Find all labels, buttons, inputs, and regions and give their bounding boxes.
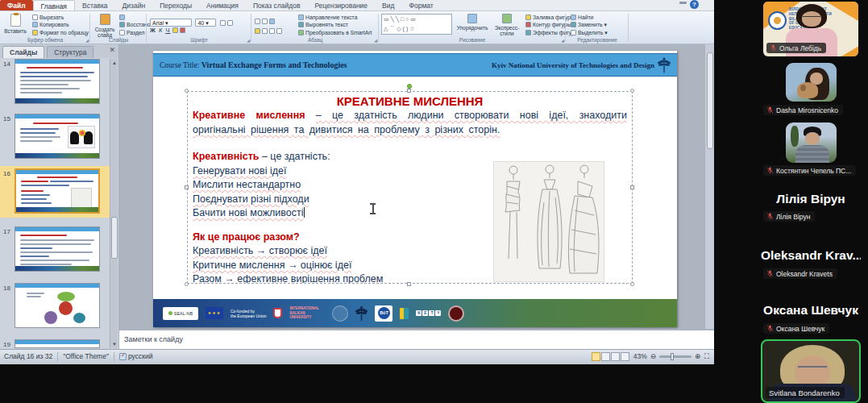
mini-header <box>15 227 99 231</box>
muted-mic-icon <box>766 270 774 277</box>
slide-sorter-view-icon[interactable] <box>601 352 610 361</box>
participant-video-dasha[interactable] <box>786 63 837 102</box>
quick-styles-button[interactable]: Экспресс-стили <box>490 13 524 36</box>
fashion-sketch-image[interactable] <box>493 161 604 282</box>
slide-canvas: Course Title: Virtual Exchange Forms and… <box>119 44 704 329</box>
tab-design[interactable]: Дизайн <box>115 0 153 10</box>
participant-video-olga[interactable]: БІЛОЦЕ…ІНСТИТУТНЕПЕРЕ…НОЇ ОСВІТИ BILA T…… <box>763 2 858 56</box>
font-color-icon[interactable] <box>180 27 185 33</box>
drawing-dialog-launcher[interactable]: ◢ <box>561 38 564 43</box>
shapes-gallery[interactable]: ▭ ╲ ╲ □ ○ ▭ △ ⌒ ◇ ( ) ☆ <box>381 14 452 35</box>
selection-handle[interactable] <box>407 89 411 93</box>
tab-review[interactable]: Рецензирование <box>307 0 375 10</box>
panel-scrollbar[interactable]: ▲ ▼ <box>110 59 118 348</box>
tab-slideshow[interactable]: Показ слайдов <box>246 0 308 10</box>
zoom-in-icon[interactable]: ⊕ <box>695 352 700 360</box>
dragonfly-icon <box>355 305 368 322</box>
notes-pane[interactable]: Заметки к слайду <box>119 329 714 349</box>
indent-icon[interactable] <box>269 19 275 24</box>
selection-handle[interactable] <box>185 89 189 93</box>
reading-view-icon[interactable] <box>611 352 620 361</box>
align-right-icon[interactable] <box>269 28 275 34</box>
slideshow-view-icon[interactable] <box>621 352 629 361</box>
slide-thumbnail-17[interactable] <box>15 226 100 272</box>
muted-mic-icon <box>766 213 774 220</box>
tab-animations[interactable]: Анимация <box>199 0 246 10</box>
numbering-icon[interactable] <box>262 19 268 24</box>
format-painter-button[interactable]: Формат по образцу <box>32 29 89 36</box>
mini-header <box>15 284 99 288</box>
slide-thumbnail-15[interactable] <box>15 114 100 159</box>
spacer <box>193 137 627 150</box>
section-icon <box>119 30 125 35</box>
participant-video-svitlana-active[interactable]: Svitlana Bondarenko <box>761 339 861 403</box>
tab-format[interactable]: Формат <box>401 0 440 10</box>
selection-handle[interactable] <box>407 282 411 286</box>
align-center-icon[interactable] <box>262 28 268 34</box>
selection-handle[interactable] <box>185 282 189 286</box>
selection-handle[interactable] <box>630 89 634 93</box>
zoom-out-icon[interactable]: ⊖ <box>650 352 656 360</box>
text-direction-button[interactable]: Направление текста <box>298 14 372 21</box>
canvas-scroll-thumb[interactable] <box>707 52 713 149</box>
participant-video-kostiantyn[interactable] <box>786 123 837 163</box>
tab-home[interactable]: Главная <box>33 0 75 10</box>
scroll-up-icon[interactable]: ▲ <box>110 59 118 67</box>
slides-panel-tabs: Слайды Структура ✕ <box>0 44 118 58</box>
scroll-down-icon[interactable]: ▼ <box>110 340 118 348</box>
smartart-button[interactable]: Преобразовать в SmartArt <box>298 29 372 36</box>
mini-text-line <box>20 247 52 249</box>
panel-scroll-thumb[interactable] <box>111 217 118 259</box>
paragraph-dialog-launcher[interactable]: ◢ <box>374 38 377 43</box>
find-button[interactable]: Найти <box>571 14 608 21</box>
align-left-icon[interactable] <box>255 28 260 34</box>
copy-button[interactable]: Копировать <box>32 21 89 28</box>
selection-handle[interactable] <box>630 185 634 189</box>
shrink-font-icon[interactable] <box>227 20 233 26</box>
slide-thumbnail-16-current[interactable] <box>15 168 100 214</box>
font-dialog-launcher[interactable]: ◢ <box>247 38 250 43</box>
mini-title-line <box>27 67 83 69</box>
fit-to-window-icon[interactable]: ⛶ <box>704 352 709 361</box>
tab-insert[interactable]: Вставка <box>75 0 115 10</box>
select-button[interactable]: Выделить ▾ <box>571 29 608 36</box>
paste-button[interactable]: Вставить <box>2 13 29 34</box>
normal-view-icon[interactable] <box>592 352 600 361</box>
selection-handle[interactable] <box>185 185 189 189</box>
tab-file[interactable]: Файл <box>0 0 33 10</box>
minimize-ribbon-icon[interactable] <box>679 2 687 4</box>
slide-thumbnail-14[interactable] <box>15 59 100 104</box>
italic-button[interactable]: К <box>159 27 163 34</box>
grow-font-icon[interactable] <box>220 20 226 26</box>
spellcheck-icon[interactable] <box>119 353 127 360</box>
slide-thumbnail-18[interactable] <box>15 283 100 328</box>
replace-button[interactable]: Заменить ▾ <box>571 21 608 28</box>
new-slide-button[interactable]: Создать слайд <box>91 13 118 38</box>
tab-transitions[interactable]: Переходы <box>152 0 199 10</box>
arrange-icon <box>467 14 477 23</box>
tab-slides-thumbnails[interactable]: Слайды <box>2 46 44 58</box>
mini-header <box>15 60 99 64</box>
cut-button[interactable]: Вырезать <box>32 14 89 21</box>
highlight-color-icon[interactable] <box>172 27 178 33</box>
align-text-button[interactable]: Выровнять текст <box>298 21 372 28</box>
close-icon[interactable]: ✕ <box>109 46 115 54</box>
justify-icon[interactable] <box>276 28 282 34</box>
canvas-scrollbar[interactable] <box>704 44 714 329</box>
tab-outline[interactable]: Структура <box>47 46 93 58</box>
bold-button[interactable]: Ж <box>150 27 156 34</box>
zoom-slider[interactable] <box>659 355 691 358</box>
font-family-combo[interactable]: Arial ▾ <box>150 19 192 27</box>
underline-button[interactable]: Ч <box>165 27 170 34</box>
clipboard-dialog-launcher[interactable]: ◢ <box>85 38 89 43</box>
zoom-slider-thumb[interactable] <box>671 353 674 360</box>
arrange-button[interactable]: Упорядочить <box>456 13 488 31</box>
help-icon[interactable]: ? <box>690 0 699 9</box>
font-size-combo[interactable]: 40 ▾ <box>195 19 216 27</box>
slide-16[interactable]: Course Title: Virtual Exchange Forms and… <box>153 51 677 327</box>
language-indicator[interactable]: русский <box>128 352 153 360</box>
bullets-icon[interactable] <box>255 19 260 24</box>
slide-thumbnail-19[interactable] <box>15 339 100 348</box>
selection-handle[interactable] <box>630 282 634 286</box>
tab-view[interactable]: Вид <box>375 0 401 10</box>
